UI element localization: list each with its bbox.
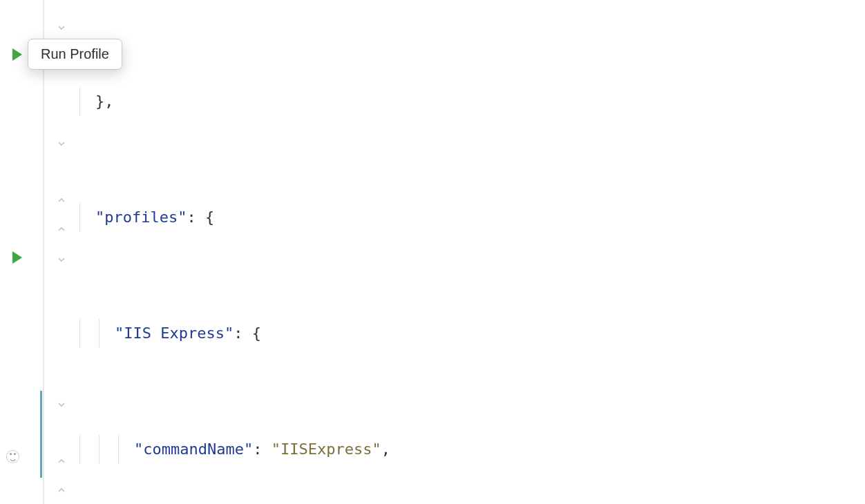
fold-toggle-icon[interactable] <box>57 139 66 149</box>
author-marker-icon[interactable] <box>6 450 19 463</box>
run-icon[interactable] <box>12 48 22 61</box>
fold-toggle-icon[interactable] <box>57 23 66 33</box>
code-line[interactable]: }, <box>76 87 865 116</box>
fold-toggle-icon[interactable] <box>57 400 66 410</box>
fold-toggle-icon[interactable] <box>57 226 66 236</box>
tooltip-run-profile: Run Profile <box>28 39 122 70</box>
fold-toggle-icon[interactable] <box>57 197 66 207</box>
run-icon[interactable] <box>12 251 22 264</box>
fold-toggle-icon[interactable] <box>57 255 66 265</box>
vcs-change-stripe <box>40 391 42 478</box>
code-line[interactable]: "profiles": { <box>76 203 865 232</box>
code-editor: }, "profiles": { "IIS Express": { "comma… <box>0 0 865 504</box>
fold-toggle-icon[interactable] <box>57 487 66 497</box>
fold-toggle-icon[interactable] <box>57 0 66 3</box>
tooltip-text: Run Profile <box>41 46 109 61</box>
code-area[interactable]: }, "profiles": { "IIS Express": { "comma… <box>76 0 865 504</box>
code-line[interactable]: "IIS Express": { <box>76 319 865 348</box>
gutter <box>0 0 43 504</box>
folding-column <box>43 0 76 504</box>
code-line[interactable]: "commandName": "IISExpress", <box>76 435 865 464</box>
fold-toggle-icon[interactable] <box>57 458 66 468</box>
